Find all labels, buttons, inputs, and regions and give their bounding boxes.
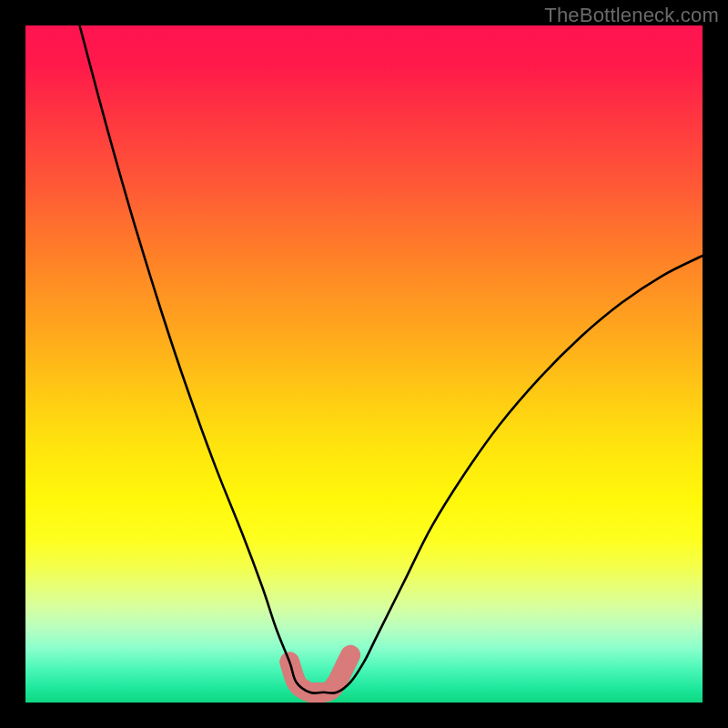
chart-frame: TheBottleneck.com — [0, 0, 728, 728]
highlight-line — [289, 655, 350, 693]
plot-area — [25, 25, 703, 703]
watermark-text: TheBottleneck.com — [544, 4, 719, 27]
chart-svg — [25, 25, 703, 703]
main-curve — [80, 25, 703, 693]
